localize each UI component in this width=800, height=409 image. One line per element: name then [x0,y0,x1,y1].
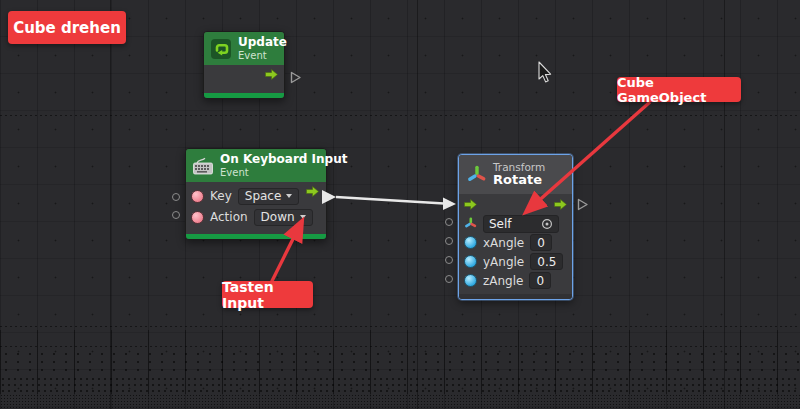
node-subtitle: Event [238,50,287,62]
flow-output-port[interactable] [305,185,320,198]
port-label: zAngle [483,274,523,288]
node-transform-rotate[interactable]: Transform Rotate [458,154,573,300]
unconnected-port-circle[interactable] [445,256,453,264]
port-label: xAngle [483,236,524,250]
unconnected-port-circle[interactable] [172,193,180,201]
node-update-event[interactable]: Update Event [203,31,285,99]
annotation-text: Cube drehen [13,19,121,37]
value-text: 0 [537,236,545,250]
zangle-value-field[interactable]: 0 [529,272,551,289]
annotation-label-cube-drehen: Cube drehen [8,11,126,44]
chevron-down-icon [286,194,292,198]
yangle-value-field[interactable]: 0.5 [530,253,563,270]
node-title: Update [238,36,287,50]
port-label: yAngle [483,255,524,269]
node-on-keyboard-input[interactable]: On Keyboard Input Event Key Space Action… [185,148,327,240]
unconnected-port-circle[interactable] [445,218,453,226]
node-update-header[interactable]: Update Event [204,32,284,65]
port-label: Action [210,210,248,224]
target-object-label: Self [489,217,512,231]
key-dropdown[interactable]: Space [238,188,300,205]
port-label: Key [210,189,232,203]
xangle-value-field[interactable]: 0 [530,234,552,251]
flow-output-port[interactable] [553,198,568,211]
unconnected-flow-triangle[interactable] [576,198,589,211]
unconnected-flow-triangle[interactable] [289,71,302,84]
grid-line [0,326,800,327]
transform-icon-small [464,217,477,230]
node-keyboard-header[interactable]: On Keyboard Input Event [186,149,326,182]
annotation-text: Tasten Input [222,279,313,311]
grid-dense-band [0,376,800,394]
unconnected-port-circle[interactable] [445,275,453,283]
node-title: Rotate [493,173,545,188]
value-input-port-yangle[interactable] [464,255,477,268]
unconnected-port-circle[interactable] [445,237,453,245]
chevron-down-icon [300,215,306,219]
value-text: 0.5 [537,255,556,269]
unconnected-port-circle[interactable] [172,211,180,219]
keyboard-icon [192,155,214,177]
action-dropdown[interactable]: Down [254,209,313,226]
value-input-port-xangle[interactable] [464,236,477,249]
flow-output-port[interactable] [264,68,279,81]
node-footer-bar [204,93,284,98]
value-input-port-zangle[interactable] [464,274,477,287]
value-input-port-key[interactable] [191,190,204,203]
node-subtitle: Event [220,167,347,179]
annotation-label-cube-gameobject: Cube GameObject [617,77,741,102]
dropdown-value: Space [245,189,282,203]
transform-icon [466,164,487,186]
annotation-text: Cube GameObject [617,75,741,105]
target-picker-icon[interactable] [541,218,553,230]
node-footer-bar [459,294,572,299]
value-text: 0 [536,274,544,288]
node-footer-bar [186,234,326,239]
target-object-field[interactable]: Self [483,215,559,233]
update-loop-icon [210,38,232,60]
grid-dense-band [0,394,800,409]
graph-canvas[interactable]: Update Event [0,0,800,409]
annotation-label-tasten-input: Tasten Input [222,281,313,308]
node-title: On Keyboard Input [220,153,347,167]
grid-line [0,115,800,116]
value-input-port-action[interactable] [191,211,204,224]
flow-input-port[interactable] [463,198,478,211]
node-rotate-header[interactable]: Transform Rotate [459,155,572,194]
dropdown-value: Down [261,210,295,224]
grid-dense-band [0,350,800,376]
